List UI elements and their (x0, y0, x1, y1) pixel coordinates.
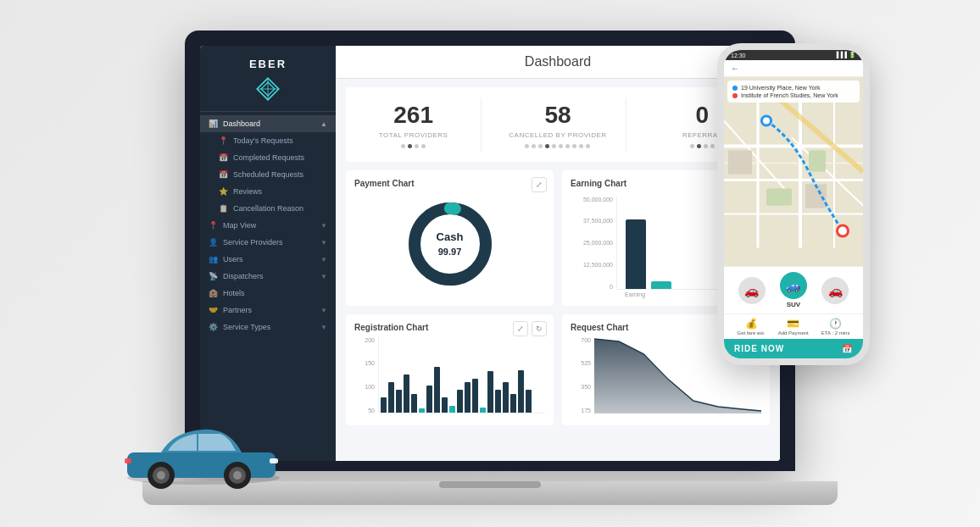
dot (421, 144, 426, 148)
main-body: 261 TOTAL PROVIDERS 58 (336, 79, 780, 461)
sidebar-item-todays-requests[interactable]: 📍 Today's Requests (200, 132, 336, 149)
phone-signal: ▐▐▐ 🔋 (834, 52, 856, 58)
sidebar-item-map-view[interactable]: 📍 Map View ▼ (200, 217, 336, 234)
sidebar-item-completed[interactable]: 📅 Completed Requests (200, 149, 336, 166)
y-label-37m: 37,500,000 (571, 218, 613, 224)
partners-icon: 🤝 (209, 306, 218, 314)
donut-wrapper: Cash 99.97 (404, 197, 497, 291)
svg-rect-18 (766, 189, 792, 206)
cancelled-label: CANCELLED BY PROVIDER (498, 131, 616, 139)
reg-bar (503, 382, 509, 413)
phone-outer: 12:30 ▐▐▐ 🔋 ← (717, 43, 870, 365)
action-payment[interactable]: 💳 Add Payment (778, 318, 809, 336)
reg-expand-icon[interactable]: ⤢ (513, 321, 528, 336)
completed-icon: 📅 (219, 153, 228, 162)
requests-label: Today's Requests (233, 136, 293, 145)
svg-point-25 (838, 227, 847, 236)
sidebar-item-dispatchers[interactable]: 📡 Dispatchers ▼ (200, 268, 336, 285)
ride-now-button[interactable]: RIDE NOW 📅 (724, 339, 863, 358)
reg-bar (465, 382, 471, 413)
laptop-screen-inner: EBER 📊 Dashboard (200, 46, 780, 461)
sidebar-item-hotels[interactable]: 🏨 Hotels (200, 285, 336, 302)
expand-icon[interactable]: ⤢ (532, 177, 547, 192)
service-types-icon: ⚙️ (209, 323, 218, 331)
clock-icon: 🕐 (829, 318, 842, 330)
hotels-label: Hotels (223, 289, 245, 297)
y-label-0: 0 (571, 284, 613, 290)
donut-label: Cash (437, 230, 464, 242)
fare-icon: 💰 (745, 318, 758, 330)
action-fare[interactable]: 💰 Get fare est. (738, 318, 766, 336)
from-location: 19 University Place, New York (741, 85, 820, 91)
sidebar-item-service-providers[interactable]: 👤 Service Providers ▼ (200, 234, 336, 251)
reg-y-axis: 200 150 100 50 (354, 337, 375, 413)
laptop-notch (439, 481, 541, 488)
action-eta[interactable]: 🕐 ETA : 2 mins (821, 318, 850, 336)
dot-active (545, 144, 549, 148)
back-arrow-icon[interactable]: ← (731, 64, 739, 73)
info-row-from: 19 University Place, New York (732, 84, 855, 92)
vehicle-option-suv[interactable]: 🚙 SUV (780, 272, 807, 308)
bottom-charts-row: Registration Chart ⤢ ↻ 200 150 100 (346, 314, 770, 425)
dot (710, 144, 715, 148)
page-container: EBER 📊 Dashboard (42, 9, 938, 518)
phone-screen: 12:30 ▐▐▐ 🔋 ← (724, 50, 863, 358)
sidebar-item-partners[interactable]: 🤝 Partners ▼ (200, 302, 336, 319)
reg-bar-teal (480, 408, 486, 413)
reg-bar (518, 370, 524, 413)
map-label: Map View (223, 221, 256, 230)
chart-icons: ⤢ (532, 177, 547, 192)
earning-y-axis: 50,000,000 37,500,000 25,000,000 12,500,… (571, 197, 613, 290)
users-label: Users (223, 255, 243, 264)
phone-info-overlay: 19 University Place, New York Institute … (727, 80, 860, 103)
dispatchers-label: Dispatchers (223, 272, 264, 280)
main-content: Dashboard 261 TOTAL PROVIDERS (336, 46, 780, 461)
from-dot (732, 86, 738, 91)
laptop-screen-outer: EBER 📊 Dashboard (185, 31, 795, 471)
reviews-icon: ⭐ (219, 187, 228, 196)
sidebar-item-users[interactable]: 👥 Users ▼ (200, 251, 336, 268)
sidebar-item-cancellation[interactable]: 📋 Cancellation Reason (200, 200, 336, 217)
donut-center-text: Cash 99.97 (437, 230, 464, 258)
dot (552, 144, 556, 148)
donut-container: Cash 99.97 (354, 193, 545, 295)
reg-bar (381, 397, 387, 413)
vehicle-option-car1[interactable]: 🚗 (738, 277, 766, 304)
dot (565, 144, 570, 148)
dot (532, 144, 536, 148)
sidebar-item-service-types[interactable]: ⚙️ Service Types ▼ (200, 319, 336, 336)
reg-bar-teal (449, 406, 455, 413)
total-providers-dots (354, 144, 472, 148)
svg-point-31 (157, 471, 165, 480)
svg-point-34 (233, 471, 242, 480)
cancellation-icon: 📋 (219, 204, 228, 213)
car-decoration (110, 406, 297, 494)
reg-chart-icons: ⤢ ↻ (513, 321, 547, 336)
vehicle-option-car2[interactable]: 🚗 (821, 277, 849, 304)
sidebar-item-dashboard[interactable]: 📊 Dashboard ▲ (200, 115, 336, 132)
y-label-50m: 50,000,000 (571, 197, 613, 202)
cancellation-label: Cancellation Reason (233, 204, 303, 213)
reg-bar (457, 390, 463, 413)
partners-label: Partners (223, 306, 252, 314)
sidebar-item-scheduled[interactable]: 📅 Scheduled Requests (200, 166, 336, 183)
scheduled-label: Scheduled Requests (233, 170, 303, 179)
reg-bar (510, 394, 516, 413)
reg-refresh-icon[interactable]: ↻ (532, 321, 547, 336)
hotels-icon: 🏨 (209, 289, 218, 297)
reg-bar (388, 382, 394, 413)
dashboard-label: Dashboard (223, 119, 260, 128)
req-y-700: 700 (571, 337, 591, 343)
users-chevron: ▼ (320, 256, 327, 264)
sidebar-item-reviews[interactable]: ⭐ Reviews (200, 183, 336, 200)
svg-point-23 (763, 118, 770, 125)
earning-bar-dark (626, 219, 646, 289)
dot (415, 144, 419, 148)
vehicle-row: 🚗 🚙 SUV 🚗 (724, 266, 863, 313)
reviews-label: Reviews (233, 187, 262, 196)
dot (704, 144, 708, 148)
ride-calendar-icon: 📅 (842, 344, 853, 353)
total-providers-label: TOTAL PROVIDERS (354, 131, 472, 139)
map-icon: 📍 (209, 221, 218, 230)
payment-chart-card: Payment Chart ⤢ (346, 170, 554, 306)
